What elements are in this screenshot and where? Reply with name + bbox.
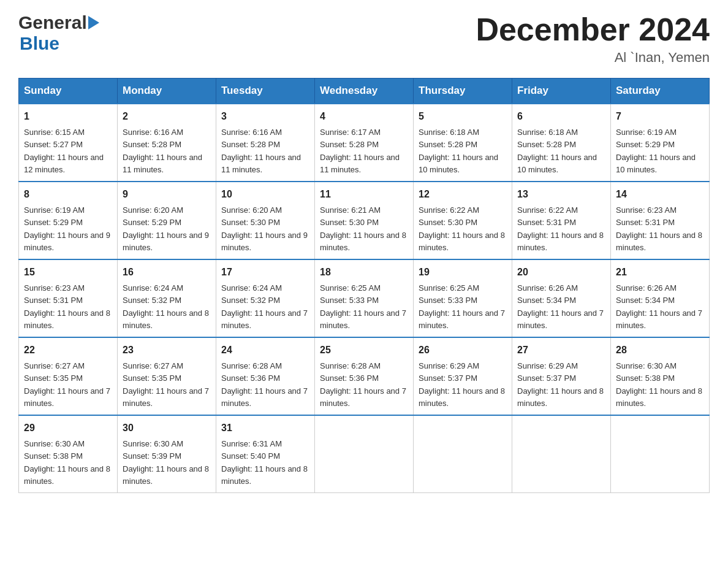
day-number: 16: [123, 265, 211, 280]
calendar-cell: 9 Sunrise: 6:20 AMSunset: 5:29 PMDayligh…: [118, 182, 216, 259]
day-number: 11: [320, 187, 408, 202]
logo: General Blue: [18, 12, 99, 54]
calendar-cell: 2 Sunrise: 6:16 AMSunset: 5:28 PMDayligh…: [118, 104, 216, 182]
day-info: Sunrise: 6:22 AMSunset: 5:30 PMDaylight:…: [419, 205, 505, 252]
calendar-week-row: 8 Sunrise: 6:19 AMSunset: 5:29 PMDayligh…: [19, 182, 710, 259]
title-area: December 2024 Al `Inan, Yemen: [476, 12, 710, 66]
calendar-cell: 12 Sunrise: 6:22 AMSunset: 5:30 PMDaylig…: [414, 182, 512, 259]
logo-blue-text: Blue: [20, 33, 59, 53]
day-number: 4: [320, 109, 408, 124]
day-info: Sunrise: 6:29 AMSunset: 5:37 PMDaylight:…: [419, 361, 505, 408]
header-day-saturday: Saturday: [611, 79, 710, 104]
day-info: Sunrise: 6:28 AMSunset: 5:36 PMDaylight:…: [320, 361, 406, 408]
day-info: Sunrise: 6:17 AMSunset: 5:28 PMDaylight:…: [320, 128, 400, 174]
day-info: Sunrise: 6:28 AMSunset: 5:36 PMDaylight:…: [221, 361, 308, 408]
calendar-cell: 7 Sunrise: 6:19 AMSunset: 5:29 PMDayligh…: [611, 104, 710, 182]
day-number: 23: [123, 343, 211, 358]
day-number: 31: [221, 421, 309, 435]
calendar-cell: 15 Sunrise: 6:23 AMSunset: 5:31 PMDaylig…: [19, 259, 118, 337]
day-number: 22: [24, 343, 112, 358]
day-info: Sunrise: 6:30 AMSunset: 5:38 PMDaylight:…: [616, 361, 702, 408]
calendar-cell: 27 Sunrise: 6:29 AMSunset: 5:37 PMDaylig…: [512, 337, 611, 415]
day-info: Sunrise: 6:30 AMSunset: 5:38 PMDaylight:…: [24, 439, 110, 486]
calendar-cell: 17 Sunrise: 6:24 AMSunset: 5:32 PMDaylig…: [216, 259, 315, 337]
header-day-monday: Monday: [118, 79, 216, 104]
day-number: 9: [123, 187, 211, 202]
calendar-cell: [315, 415, 414, 493]
day-info: Sunrise: 6:16 AMSunset: 5:28 PMDaylight:…: [123, 128, 202, 174]
calendar-subtitle: Al `Inan, Yemen: [476, 50, 710, 66]
day-number: 3: [221, 109, 309, 124]
day-number: 19: [419, 265, 507, 280]
day-info: Sunrise: 6:27 AMSunset: 5:35 PMDaylight:…: [24, 361, 110, 408]
day-number: 10: [221, 187, 309, 202]
day-number: 30: [123, 421, 211, 435]
day-number: 24: [221, 343, 309, 358]
calendar-cell: 13 Sunrise: 6:22 AMSunset: 5:31 PMDaylig…: [512, 182, 611, 259]
day-info: Sunrise: 6:24 AMSunset: 5:32 PMDaylight:…: [221, 283, 308, 330]
calendar-cell: 3 Sunrise: 6:16 AMSunset: 5:28 PMDayligh…: [216, 104, 315, 182]
calendar-cell: 4 Sunrise: 6:17 AMSunset: 5:28 PMDayligh…: [315, 104, 414, 182]
day-number: 12: [419, 187, 507, 202]
day-info: Sunrise: 6:20 AMSunset: 5:29 PMDaylight:…: [123, 205, 209, 252]
calendar-cell: 10 Sunrise: 6:20 AMSunset: 5:30 PMDaylig…: [216, 182, 315, 259]
calendar-cell: 1 Sunrise: 6:15 AMSunset: 5:27 PMDayligh…: [19, 104, 118, 182]
calendar-header-row: SundayMondayTuesdayWednesdayThursdayFrid…: [19, 79, 710, 104]
calendar-cell: 24 Sunrise: 6:28 AMSunset: 5:36 PMDaylig…: [216, 337, 315, 415]
calendar-cell: 18 Sunrise: 6:25 AMSunset: 5:33 PMDaylig…: [315, 259, 414, 337]
calendar-cell: 20 Sunrise: 6:26 AMSunset: 5:34 PMDaylig…: [512, 259, 611, 337]
calendar-cell: 6 Sunrise: 6:18 AMSunset: 5:28 PMDayligh…: [512, 104, 611, 182]
day-info: Sunrise: 6:21 AMSunset: 5:30 PMDaylight:…: [320, 205, 406, 252]
day-info: Sunrise: 6:23 AMSunset: 5:31 PMDaylight:…: [24, 283, 110, 330]
calendar-cell: [512, 415, 611, 493]
day-info: Sunrise: 6:16 AMSunset: 5:28 PMDaylight:…: [221, 128, 301, 174]
calendar-cell: 28 Sunrise: 6:30 AMSunset: 5:38 PMDaylig…: [611, 337, 710, 415]
day-info: Sunrise: 6:29 AMSunset: 5:37 PMDaylight:…: [517, 361, 604, 408]
calendar-week-row: 22 Sunrise: 6:27 AMSunset: 5:35 PMDaylig…: [19, 337, 710, 415]
day-info: Sunrise: 6:19 AMSunset: 5:29 PMDaylight:…: [616, 128, 696, 174]
day-info: Sunrise: 6:25 AMSunset: 5:33 PMDaylight:…: [419, 283, 505, 330]
calendar-cell: 16 Sunrise: 6:24 AMSunset: 5:32 PMDaylig…: [118, 259, 216, 337]
day-number: 28: [616, 343, 704, 358]
day-number: 14: [616, 187, 704, 202]
day-info: Sunrise: 6:31 AMSunset: 5:40 PMDaylight:…: [221, 439, 308, 486]
calendar-week-row: 29 Sunrise: 6:30 AMSunset: 5:38 PMDaylig…: [19, 415, 710, 493]
calendar-table: SundayMondayTuesdayWednesdayThursdayFrid…: [18, 78, 710, 493]
day-info: Sunrise: 6:18 AMSunset: 5:28 PMDaylight:…: [419, 128, 498, 174]
header-day-wednesday: Wednesday: [315, 79, 414, 104]
calendar-title: December 2024: [476, 12, 710, 47]
day-info: Sunrise: 6:20 AMSunset: 5:30 PMDaylight:…: [221, 205, 308, 252]
day-info: Sunrise: 6:30 AMSunset: 5:39 PMDaylight:…: [123, 439, 209, 486]
calendar-cell: 23 Sunrise: 6:27 AMSunset: 5:35 PMDaylig…: [118, 337, 216, 415]
day-number: 2: [123, 109, 211, 124]
header-day-thursday: Thursday: [414, 79, 512, 104]
calendar-cell: 8 Sunrise: 6:19 AMSunset: 5:29 PMDayligh…: [19, 182, 118, 259]
calendar-cell: 26 Sunrise: 6:29 AMSunset: 5:37 PMDaylig…: [414, 337, 512, 415]
calendar-cell: 5 Sunrise: 6:18 AMSunset: 5:28 PMDayligh…: [414, 104, 512, 182]
calendar-cell: 21 Sunrise: 6:26 AMSunset: 5:34 PMDaylig…: [611, 259, 710, 337]
calendar-cell: 29 Sunrise: 6:30 AMSunset: 5:38 PMDaylig…: [19, 415, 118, 493]
day-number: 29: [24, 421, 112, 435]
day-number: 18: [320, 265, 408, 280]
day-info: Sunrise: 6:15 AMSunset: 5:27 PMDaylight:…: [24, 128, 104, 174]
day-number: 15: [24, 265, 112, 280]
day-number: 8: [24, 187, 112, 202]
day-info: Sunrise: 6:26 AMSunset: 5:34 PMDaylight:…: [517, 283, 604, 330]
day-info: Sunrise: 6:27 AMSunset: 5:35 PMDaylight:…: [123, 361, 209, 408]
day-number: 27: [517, 343, 605, 358]
day-info: Sunrise: 6:19 AMSunset: 5:29 PMDaylight:…: [24, 205, 110, 252]
calendar-cell: [611, 415, 710, 493]
day-number: 13: [517, 187, 605, 202]
calendar-cell: 31 Sunrise: 6:31 AMSunset: 5:40 PMDaylig…: [216, 415, 315, 493]
calendar-cell: [414, 415, 512, 493]
calendar-cell: 25 Sunrise: 6:28 AMSunset: 5:36 PMDaylig…: [315, 337, 414, 415]
svg-marker-0: [88, 16, 99, 29]
day-info: Sunrise: 6:24 AMSunset: 5:32 PMDaylight:…: [123, 283, 209, 330]
header-day-sunday: Sunday: [19, 79, 118, 104]
day-info: Sunrise: 6:25 AMSunset: 5:33 PMDaylight:…: [320, 283, 406, 330]
day-number: 25: [320, 343, 408, 358]
day-info: Sunrise: 6:22 AMSunset: 5:31 PMDaylight:…: [517, 205, 604, 252]
day-number: 21: [616, 265, 704, 280]
calendar-cell: 22 Sunrise: 6:27 AMSunset: 5:35 PMDaylig…: [19, 337, 118, 415]
day-number: 5: [419, 109, 507, 124]
